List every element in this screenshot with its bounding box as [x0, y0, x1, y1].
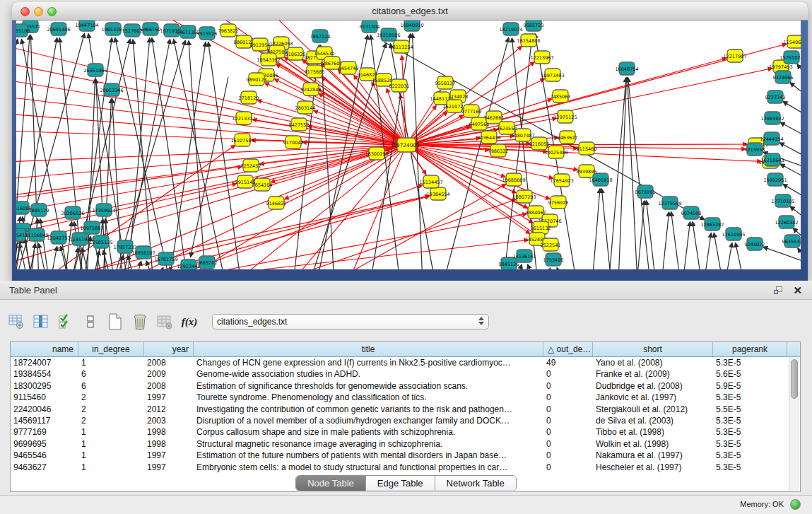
column-header-name[interactable]: name: [11, 342, 78, 356]
graph-node-label: 10975887: [80, 226, 103, 231]
table-cell: 1997: [144, 450, 194, 461]
column-header-title[interactable]: title: [194, 342, 543, 356]
graph-node-label: 17710105: [771, 199, 794, 204]
table-cell: Structural magnetic resonance image aver…: [194, 438, 543, 450]
table-row[interactable]: 1830029562008Estimation of significance …: [11, 380, 800, 392]
close-panel-icon[interactable]: ✕: [793, 285, 802, 296]
table-cell: 2003: [144, 415, 194, 426]
table-cell: Investigating the contribution of common…: [194, 404, 543, 415]
table-cell: Corpus callosum shape and size in male p…: [194, 426, 543, 438]
table-row[interactable]: 946362711997Embryonic stem cells: a mode…: [11, 462, 800, 473]
graph-node-label: 8186328: [286, 52, 306, 57]
network-graph[interactable]: 1872400718300295886012389129541822605898…: [16, 21, 801, 269]
table-cell: 0: [543, 462, 593, 473]
table-cell: 2: [78, 392, 144, 403]
graph-node-label: 3624554: [497, 126, 517, 132]
table-cell: 5.3E-5: [713, 450, 787, 461]
table-cell: 19384554: [11, 368, 78, 380]
table-cell: Jankovic et al. (1997): [593, 392, 713, 403]
table-panel-title: Table Panel: [9, 285, 57, 296]
table-cell: 0: [543, 426, 593, 438]
graph-node-label: 9242848: [301, 87, 322, 93]
table-row[interactable]: 911546021997Tourette syndrome. Phenomeno…: [11, 392, 800, 403]
table-cell: 9463627: [11, 462, 78, 473]
select-all-button[interactable]: [57, 313, 75, 331]
graph-node-label: 18724007: [393, 142, 420, 148]
graph-node-label: 17610995: [722, 232, 745, 238]
graph-node-label: 9756928: [548, 200, 569, 206]
graph-node-label: 9245022: [745, 242, 765, 247]
graph-node-label: 9685202: [197, 260, 218, 266]
float-panel-icon[interactable]: [774, 286, 783, 295]
show-columns-button[interactable]: [32, 313, 50, 331]
graph-node-label: 8679191: [635, 189, 656, 195]
network-canvas[interactable]: 1872400718300295886012389129541822605898…: [16, 21, 801, 269]
tab-node-table[interactable]: Node Table: [296, 476, 366, 491]
graph-node-label: 7957224: [310, 34, 331, 40]
graph-node-label: 16405918: [589, 177, 612, 183]
table-cell: Disruption of a novel member of a sodium…: [194, 415, 543, 426]
table-selector-value: citations_edges.txt: [217, 317, 287, 327]
graph-node-label: 20364436: [477, 135, 500, 141]
graph-node-label: 9146821: [358, 72, 378, 78]
graph-node-label: 26551065: [83, 68, 107, 74]
graph-node-label: 19384554: [426, 192, 449, 197]
function-builder-button[interactable]: f(x): [180, 313, 199, 331]
graph-node-label: 1145197: [70, 237, 90, 243]
table-vertical-scrollbar[interactable]: [789, 357, 799, 491]
column-header-year[interactable]: year: [144, 342, 194, 356]
table-options-button[interactable]: [7, 313, 25, 331]
graph-node-label: 12213967: [530, 55, 553, 61]
window-titlebar[interactable]: citations_edges.txt: [12, 2, 808, 21]
table-row[interactable]: 1938455462009Genome-wide association stu…: [11, 368, 800, 380]
memory-status-indicator[interactable]: [790, 499, 801, 510]
graph-node-label: 8454749: [339, 66, 359, 71]
delete-table-button[interactable]: [131, 313, 149, 331]
table-row[interactable]: 2242004622012Investigating the contribut…: [11, 404, 800, 415]
graph-node-label: 16154808: [517, 38, 540, 44]
table-row[interactable]: 1872400712008Changes of HCN gene express…: [11, 357, 800, 368]
column-header-short[interactable]: short: [593, 342, 713, 356]
table-cell: Wolkin et al. (1998): [593, 438, 713, 450]
table-cell: 0: [543, 438, 593, 450]
scrollbar-thumb[interactable]: [791, 359, 798, 399]
table-cell: 5.6E-5: [713, 368, 787, 380]
tab-edge-table[interactable]: Edge Table: [366, 476, 435, 491]
graph-node-label: 12865287: [700, 222, 724, 228]
graph-node-label: 12093832: [760, 116, 784, 122]
column-header-pagerank[interactable]: pagerank: [713, 342, 787, 356]
graph-node-label: 17654923: [550, 178, 573, 184]
column-header-out_de[interactable]: △ out_de…: [543, 342, 593, 356]
graph-node-label: 9635533: [782, 239, 801, 245]
table-cell: 1998: [144, 426, 194, 438]
table-selector-dropdown[interactable]: citations_edges.txt: [212, 314, 489, 329]
graph-node-label: 9884067: [526, 210, 546, 216]
graph-node-label: 1527602: [122, 28, 143, 34]
table-row[interactable]: 969969511998Structural magnetic resonanc…: [11, 438, 800, 450]
dropdown-arrows-icon: [478, 317, 484, 325]
graph-node-label: 10543392: [257, 57, 280, 63]
graph-node-label: 15751074: [779, 55, 801, 61]
column-header-in_degree[interactable]: in_degree: [78, 342, 144, 356]
new-table-button[interactable]: [106, 313, 124, 331]
table-cell: 2008: [144, 357, 194, 368]
row-height-button[interactable]: [81, 313, 100, 331]
table-cell: 2012: [144, 404, 194, 415]
graph-node-label: 16648784: [615, 66, 638, 72]
graph-node-label: 7252452: [241, 163, 261, 169]
graph-node-label: 10688609: [502, 177, 525, 183]
table-cell: 1: [78, 462, 144, 473]
table-cell: 0: [543, 404, 593, 415]
table-row[interactable]: 1456911722003Disruption of a novel membe…: [11, 415, 800, 426]
window-title: citations_edges.txt: [12, 6, 808, 16]
graph-node-label: 16210643: [760, 158, 784, 163]
graph-node-label: 12217987: [723, 54, 746, 59]
table-cell: 1997: [144, 392, 194, 403]
graph-node-label: 16107554: [230, 138, 254, 144]
table-row[interactable]: 977716911998Corpus callosum shape and si…: [11, 426, 800, 438]
tab-network-table[interactable]: Network Table: [435, 476, 516, 491]
table-row[interactable]: 946554611997Estimation of the future num…: [11, 450, 800, 461]
graph-node-label: 12505135: [89, 240, 112, 245]
table-cell: Hescheler et al. (1997): [593, 462, 713, 473]
table-cell: 5.3E-5: [713, 415, 787, 426]
